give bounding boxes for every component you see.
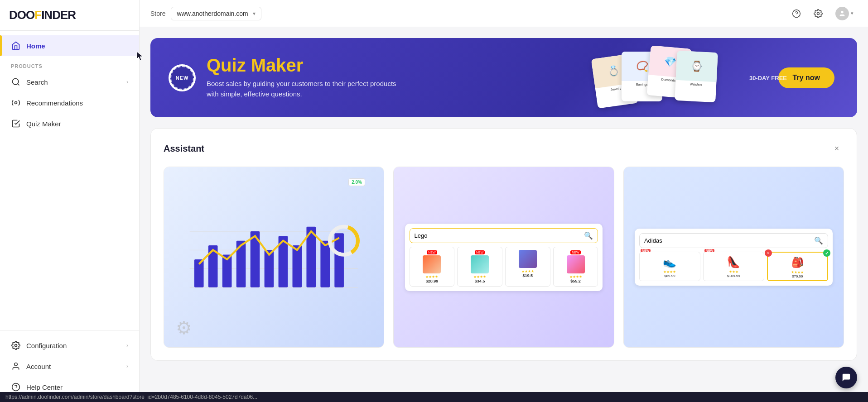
adidas-item: NEW 👟 ★★★★ $89.99: [639, 252, 700, 281]
svg-rect-24: [321, 241, 330, 287]
assistant-grid: 2.0%: [164, 167, 844, 348]
sidebar: DOOFINDER Home PRODUCTS Search ›: [0, 0, 140, 402]
adidas-item-selected: ✓ 🎒 ★★★★ $79.99 ×: [767, 252, 828, 281]
boosting-item-body: Add your first boosting rule Create boos…: [394, 347, 613, 348]
sidebar-item-label-help: Help Center: [26, 383, 128, 391]
help-center-icon: [11, 382, 21, 392]
svg-point-3: [15, 345, 17, 347]
sidebar-item-label-home: Home: [26, 42, 128, 50]
sidebar-item-account[interactable]: Account ›: [0, 356, 139, 377]
svg-rect-22: [293, 245, 302, 287]
sidebar-item-label-quiz: Quiz Maker: [26, 120, 128, 128]
search-result-item: NEW ★★★★ $55.2: [553, 247, 598, 287]
product-price: $34.5: [460, 279, 499, 283]
item-price: $109.99: [705, 274, 762, 278]
sidebar-item-recommendations[interactable]: Recommendations: [0, 92, 139, 113]
settings-icon-btn[interactable]: [810, 5, 826, 22]
stars: ★★★★: [770, 270, 825, 274]
main-content: Store www.anotherdomain.com ▾: [140, 0, 868, 402]
product-stars: ★★★★: [508, 269, 547, 273]
sidebar-section-products: PRODUCTS: [0, 56, 139, 72]
product-price: $55.2: [556, 279, 595, 283]
sidebar-item-search[interactable]: Search ›: [0, 72, 139, 92]
logo: DOOFINDER: [0, 0, 139, 31]
sidebar-item-label-recommendations: Recommendations: [26, 99, 128, 107]
configuration-icon: [11, 340, 21, 350]
user-menu-btn[interactable]: ▾: [832, 4, 857, 23]
chevron-right-config-icon: ›: [126, 342, 128, 349]
svg-line-1: [18, 84, 19, 86]
search-icon-custom: 🔍: [814, 236, 823, 245]
stars: ★★★: [705, 270, 762, 274]
status-url: https://admin.doofinder.com/admin/store/…: [5, 394, 257, 400]
product-thumbnail: [471, 255, 489, 273]
banner-badge-inner: NEW: [170, 66, 194, 90]
check-icon: ✓: [823, 249, 830, 257]
banner-badge: NEW: [169, 64, 196, 91]
x-icon: ×: [765, 249, 772, 257]
gear-overlay-icon: ⚙: [176, 317, 192, 338]
banner-free-label: 30-DAY FREE: [749, 74, 787, 81]
adidas-item: NEW 👠 ★★★ $109.99: [703, 252, 764, 281]
boosting-search-input[interactable]: [415, 232, 582, 239]
header: Store www.anotherdomain.com ▾: [140, 0, 868, 27]
product-price: $19.5: [508, 273, 547, 278]
sidebar-item-label-search: Search: [26, 78, 126, 86]
user-avatar: [835, 7, 849, 20]
chevron-right-icon: ›: [126, 79, 128, 85]
assistant-close-button[interactable]: ×: [829, 141, 844, 156]
status-bar: https://admin.doofinder.com/admin/store/…: [0, 392, 868, 402]
product-thumbnail: [567, 255, 585, 273]
sidebar-item-label-configuration: Configuration: [26, 342, 126, 349]
close-icon: ×: [834, 144, 839, 153]
search-result-item: ★★★★ $19.5: [505, 247, 550, 287]
svg-point-2: [15, 102, 17, 104]
store-selector-chevron-icon: ▾: [253, 10, 256, 17]
svg-point-10: [841, 11, 843, 13]
banner-illustration: 💍 Jewelry 📿 Earrings 💎 Diamonds ⌚ Watche…: [594, 47, 730, 117]
search-result-item: NEW ★★★★ $28.99: [410, 247, 455, 287]
assistant-item-custom: 🔍 NEW 👟 ★★★★ $89.99 NEW: [623, 167, 844, 348]
store-selector[interactable]: www.anotherdomain.com ▾: [171, 7, 261, 20]
item-price: $89.99: [641, 274, 698, 278]
store-domain: www.anotherdomain.com: [177, 10, 249, 17]
search-icon: [11, 77, 21, 87]
search-result-item: NEW ★★★★ $34.5: [457, 247, 502, 287]
product-stars: ★★★★: [460, 275, 499, 279]
custom-search-bar: 🔍: [639, 233, 828, 248]
assistant-item-sales: 2.0%: [164, 167, 384, 348]
chevron-right-account-icon: ›: [126, 363, 128, 369]
shoe-icon: 👟: [658, 254, 681, 270]
recommendations-icon: [11, 98, 21, 108]
boosting-mockup: 🔍 NEW ★★★★ $28.99 NEW: [405, 224, 603, 291]
custom-image: 🔍 NEW 👟 ★★★★ $89.99 NEW: [624, 167, 844, 347]
product-thumbnail: [423, 255, 441, 273]
sidebar-nav: Home PRODUCTS Search › Recommendations: [0, 31, 139, 330]
banner-description: Boost sales by guiding your customers to…: [207, 79, 397, 99]
custom-search-input[interactable]: [644, 237, 811, 244]
stars: ★★★★: [641, 270, 698, 274]
sidebar-item-label-account: Account: [26, 363, 126, 370]
sidebar-item-home[interactable]: Home: [0, 35, 139, 56]
search-icon-boosting: 🔍: [584, 231, 593, 240]
conversion-rate: 2.0%: [348, 178, 365, 186]
product-stars: ★★★★: [556, 275, 595, 279]
quiz-maker-banner: NEW Quiz Maker Boost sales by guiding yo…: [150, 38, 857, 117]
product-price: $28.99: [413, 279, 452, 283]
custom-mockup: 🔍 NEW 👟 ★★★★ $89.99 NEW: [635, 229, 833, 286]
sidebar-bottom: Configuration › Account › Help Cent: [0, 330, 139, 402]
sneaker-icon: 👠: [722, 254, 745, 270]
help-icon-btn[interactable]: [788, 5, 805, 22]
sales-image: 2.0%: [164, 167, 384, 347]
chat-button[interactable]: [835, 367, 857, 388]
store-label: Store: [150, 10, 165, 17]
custom-item-body: Define your Custom results Create custom…: [624, 347, 844, 348]
sidebar-item-quiz-maker[interactable]: Quiz Maker: [0, 113, 139, 134]
search-results-grid: NEW ★★★★ $28.99 NEW ★★★★ $34.5: [410, 247, 598, 287]
svg-point-0: [13, 79, 19, 85]
svg-point-9: [817, 12, 820, 14]
sidebar-item-configuration[interactable]: Configuration ›: [0, 335, 139, 356]
item-price: $79.99: [770, 274, 825, 278]
logo-text: DOOFINDER: [9, 8, 130, 22]
svg-point-4: [14, 363, 18, 366]
